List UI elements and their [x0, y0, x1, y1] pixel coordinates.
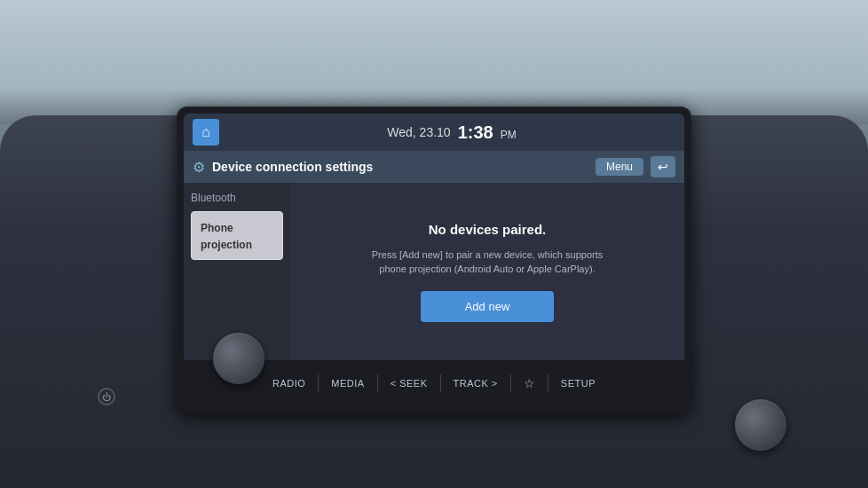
- volume-knob[interactable]: [213, 333, 264, 384]
- add-new-button[interactable]: Add new: [421, 291, 555, 322]
- header-bar: ⌂ Wed, 23.10 1:38 PM: [184, 114, 684, 151]
- time-text: 1:38: [458, 122, 493, 143]
- ampm-text: PM: [501, 129, 517, 141]
- back-button[interactable]: ↩: [651, 156, 675, 177]
- no-devices-description: Press [Add new] to pair a new device, wh…: [363, 248, 612, 277]
- radio-button[interactable]: RADIO: [260, 373, 318, 394]
- menu-button[interactable]: Menu: [596, 158, 643, 176]
- power-icon: ⏻: [102, 392, 111, 402]
- phone-projection-label: Phoneprojection: [201, 222, 252, 251]
- phone-projection-item[interactable]: Phoneprojection: [191, 211, 283, 260]
- favorites-button[interactable]: ☆: [511, 371, 548, 396]
- tune-knob[interactable]: [735, 399, 786, 451]
- gear-icon: ⚙: [193, 159, 205, 176]
- page-title: Device connection settings: [212, 160, 588, 174]
- windshield: [0, 0, 868, 124]
- sidebar-section-title: Bluetooth: [191, 192, 283, 204]
- date-time-display: Wed, 23.10 1:38 PM: [228, 122, 675, 143]
- media-button[interactable]: MEDIA: [319, 373, 376, 394]
- no-devices-title: No devices paired.: [429, 222, 547, 237]
- home-icon: ⌂: [201, 124, 210, 140]
- setup-button[interactable]: SETUP: [548, 373, 608, 394]
- home-button[interactable]: ⌂: [193, 119, 219, 146]
- power-button[interactable]: ⏻: [98, 388, 115, 405]
- track-forward-button[interactable]: TRACK >: [441, 373, 510, 394]
- main-content: No devices paired. Press [Add new] to pa…: [290, 183, 684, 360]
- date-text: Wed, 23.10: [387, 125, 450, 139]
- seek-back-button[interactable]: < SEEK: [378, 373, 440, 394]
- content-area: Bluetooth Phoneprojection No devices pai…: [184, 183, 684, 360]
- left-controls-area: ⏻: [131, 370, 183, 421]
- title-bar: ⚙ Device connection settings Menu ↩: [184, 151, 684, 183]
